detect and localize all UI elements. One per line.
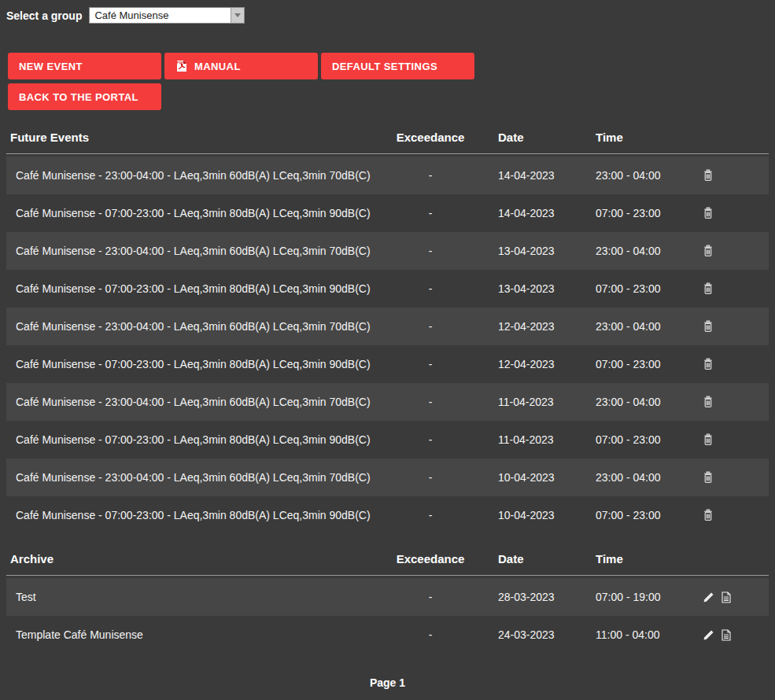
toolbar: NEW EVENT PDF MANUAL DEFAULT SETTINGS BA… (8, 53, 767, 110)
manual-label: MANUAL (194, 61, 241, 72)
new-event-label: NEW EVENT (19, 61, 83, 72)
table-row: Test - 28-03-2023 07:00 - 19:00 (6, 578, 769, 616)
exceedance-value: - (391, 433, 470, 446)
event-name: Café Munisense - 23:00-04:00 - LAeq,3min… (6, 396, 391, 408)
edit-event-button[interactable] (703, 629, 714, 641)
event-name: Café Munisense - 23:00-04:00 - LAeq,3min… (6, 471, 391, 484)
row-actions (693, 433, 769, 446)
table-row: Café Munisense - 23:00-04:00 - LAeq,3min… (6, 383, 769, 421)
row-actions (693, 320, 769, 333)
event-name: Template Café Munisense (6, 628, 391, 641)
col-header-time: Time (596, 552, 693, 566)
group-select[interactable]: Café Munisense (89, 7, 245, 24)
event-time: 07:00 - 23:00 (596, 433, 693, 446)
event-name: Café Munisense - 23:00-04:00 - LAeq,3min… (6, 245, 391, 257)
event-name: Café Munisense - 23:00-04:00 - LAeq,3min… (6, 169, 391, 182)
event-time: 07:00 - 23:00 (596, 358, 693, 370)
row-actions (693, 591, 769, 603)
event-time: 23:00 - 04:00 (596, 396, 693, 408)
future-events-header: Future Events Exceedance Date Time (6, 121, 769, 154)
exceedance-value: - (391, 207, 470, 219)
new-event-button[interactable]: NEW EVENT (8, 53, 161, 79)
manual-button[interactable]: PDF MANUAL (164, 53, 318, 79)
delete-event-button[interactable] (703, 245, 714, 257)
event-time: 07:00 - 23:00 (596, 282, 693, 295)
delete-event-button[interactable] (703, 282, 714, 295)
table-row: Café Munisense - 07:00-23:00 - LAeq,3min… (6, 496, 769, 534)
row-actions (693, 471, 769, 484)
default-settings-label: DEFAULT SETTINGS (332, 61, 437, 72)
future-events-table: Future Events Exceedance Date Time Café … (6, 121, 769, 534)
event-name: Café Munisense - 23:00-04:00 - LAeq,3min… (6, 320, 391, 333)
event-date: 14-04-2023 (498, 207, 596, 219)
exceedance-value: - (391, 358, 470, 370)
event-date: 13-04-2023 (498, 282, 596, 295)
default-settings-button[interactable]: DEFAULT SETTINGS (321, 53, 474, 79)
group-selector-bar: Select a group Café Munisense (0, 0, 775, 24)
group-select-value: Café Munisense (90, 8, 231, 23)
table-row: Café Munisense - 23:00-04:00 - LAeq,3min… (6, 232, 769, 270)
event-time: 07:00 - 23:00 (596, 509, 693, 521)
page-indicator: Page 1 (0, 676, 775, 689)
future-events-title: Future Events (6, 131, 391, 144)
event-date: 12-04-2023 (498, 358, 596, 370)
delete-event-button[interactable] (703, 358, 714, 370)
event-time: 23:00 - 04:00 (596, 320, 693, 333)
table-row: Template Café Munisense - 24-03-2023 11:… (6, 616, 769, 654)
delete-event-button[interactable] (703, 207, 714, 219)
exceedance-value: - (391, 320, 470, 333)
exceedance-value: - (391, 628, 470, 641)
event-time: 11:00 - 04:00 (596, 628, 693, 641)
event-name: Café Munisense - 07:00-23:00 - LAeq,3min… (6, 509, 391, 521)
event-date: 13-04-2023 (498, 245, 596, 257)
table-row: Café Munisense - 23:00-04:00 - LAeq,3min… (6, 459, 769, 496)
col-header-date: Date (498, 552, 596, 566)
event-time: 07:00 - 19:00 (596, 591, 693, 603)
delete-event-button[interactable] (703, 471, 714, 484)
row-actions (693, 169, 769, 182)
delete-event-button[interactable] (703, 396, 714, 408)
archive-title: Archive (6, 552, 391, 566)
table-row: Café Munisense - 07:00-23:00 - LAeq,3min… (6, 270, 769, 308)
exceedance-value: - (391, 591, 470, 603)
edit-event-button[interactable] (703, 591, 714, 603)
event-name: Café Munisense - 07:00-23:00 - LAeq,3min… (6, 433, 391, 446)
event-time: 23:00 - 04:00 (596, 471, 693, 484)
event-date: 12-04-2023 (498, 320, 596, 333)
col-header-exceedance: Exceedance (391, 552, 470, 566)
exceedance-value: - (391, 245, 470, 257)
event-name: Café Munisense - 07:00-23:00 - LAeq,3min… (6, 358, 391, 370)
event-name: Café Munisense - 07:00-23:00 - LAeq,3min… (6, 282, 391, 295)
table-row: Café Munisense - 07:00-23:00 - LAeq,3min… (6, 194, 769, 232)
col-header-date: Date (498, 131, 596, 144)
archive-header: Archive Exceedance Date Time (6, 543, 769, 576)
col-header-time: Time (596, 131, 693, 144)
table-row: Café Munisense - 07:00-23:00 - LAeq,3min… (6, 421, 769, 459)
archive-body: Test - 28-03-2023 07:00 - 19:00 Template… (6, 576, 769, 654)
event-date: 10-04-2023 (498, 509, 596, 521)
pdf-icon: PDF (175, 60, 188, 72)
archive-table: Archive Exceedance Date Time Test - 28-0… (6, 543, 769, 654)
back-to-portal-button[interactable]: BACK TO THE PORTAL (8, 83, 161, 110)
exceedance-value: - (391, 396, 470, 408)
event-report-button[interactable] (721, 629, 731, 641)
event-report-button[interactable] (721, 591, 731, 603)
event-date: 11-04-2023 (498, 396, 596, 408)
table-row: Café Munisense - 07:00-23:00 - LAeq,3min… (6, 345, 769, 383)
delete-event-button[interactable] (703, 509, 714, 521)
row-actions (693, 245, 769, 257)
event-date: 11-04-2023 (498, 433, 596, 446)
delete-event-button[interactable] (703, 320, 714, 333)
table-row: Café Munisense - 23:00-04:00 - LAeq,3min… (6, 157, 769, 194)
exceedance-value: - (391, 169, 470, 182)
event-date: 14-04-2023 (498, 169, 596, 182)
chevron-down-icon[interactable] (231, 8, 244, 23)
exceedance-value: - (391, 471, 470, 484)
row-actions (693, 629, 769, 641)
delete-event-button[interactable] (703, 169, 714, 182)
row-actions (693, 282, 769, 295)
event-name: Test (6, 591, 391, 603)
event-date: 28-03-2023 (498, 591, 596, 603)
delete-event-button[interactable] (703, 433, 714, 446)
exceedance-value: - (391, 509, 470, 521)
